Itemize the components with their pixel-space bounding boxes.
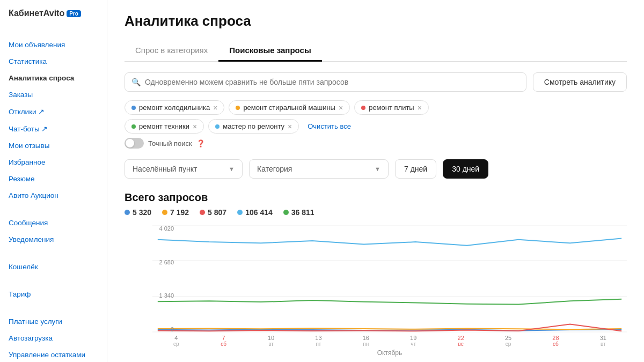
sidebar-item-auction[interactable]: Авито Аукцион — [0, 188, 107, 203]
tag-dot-2 — [361, 106, 365, 110]
tag-remove-3[interactable]: × — [288, 123, 292, 130]
chart-section: Всего запросов 5 3207 1925 807106 41436 … — [125, 191, 627, 357]
tag-dot-1 — [236, 106, 240, 110]
legend-item-4: 36 811 — [283, 208, 314, 217]
tag-dot-4 — [131, 124, 136, 129]
view-analytics-button[interactable]: Смотреть аналитику — [533, 72, 627, 92]
toggle-knob — [126, 139, 134, 147]
tag-label-0: ремонт холодильника — [139, 104, 210, 112]
tag-remove-1[interactable]: × — [339, 104, 343, 112]
legend-dot-3 — [237, 210, 243, 215]
tag-label-1: ремонт стиральной машины — [243, 104, 335, 112]
y-label-0: 0 — [152, 326, 174, 333]
legend-value-2: 5 807 — [208, 208, 226, 217]
legend-dot-1 — [162, 210, 167, 215]
sidebar-item-tariff[interactable]: Тариф — [0, 287, 107, 301]
tag-remove-4[interactable]: × — [193, 123, 197, 130]
y-label-4020: 4 020 — [152, 225, 174, 232]
legend-item-3: 106 414 — [237, 208, 273, 217]
tab-search-queries[interactable]: Поисковые запросы — [218, 40, 321, 62]
sidebar-item-notifications[interactable]: Уведомления — [0, 232, 107, 247]
x-label-8: 28сб — [532, 335, 579, 347]
search-icon: 🔍 — [131, 78, 141, 86]
x-label-6: 22вс — [437, 335, 484, 347]
sidebar-logo: КабинетAvito Pro — [0, 9, 107, 25]
x-label-0: 4ср — [152, 335, 200, 347]
sidebar-item-wallet[interactable]: Кошелёк — [0, 260, 107, 274]
sidebar-item-stock[interactable]: Управление остатками — [0, 348, 107, 362]
chart-legend: 5 3207 1925 807106 41436 811 — [125, 208, 627, 217]
tag-tag-fridge[interactable]: ремонт холодильника× — [125, 100, 224, 115]
chart-wrapper: 4 020 2 680 1 340 0 4ср7сб10вт13пт16пн19… — [125, 225, 627, 357]
page-title: Аналитика спроса — [125, 13, 627, 29]
legend-item-1: 7 192 — [162, 208, 189, 217]
city-chevron-icon: ▼ — [229, 166, 235, 172]
sidebar-item-demand-analytics[interactable]: Аналитика спроса — [0, 71, 107, 85]
legend-item-2: 5 807 — [200, 208, 226, 217]
x-label-2: 10вт — [247, 335, 295, 347]
category-chevron-icon: ▼ — [375, 166, 380, 172]
tag-label-4: ремонт техники — [139, 122, 189, 130]
legend-value-4: 36 811 — [291, 208, 314, 217]
legend-dot-0 — [125, 210, 130, 215]
sidebar-item-resume[interactable]: Резюме — [0, 172, 107, 186]
tags-row-1: ремонт холодильника×ремонт стиральной ма… — [125, 100, 627, 115]
sidebar-pro-badge: Pro — [67, 10, 81, 17]
sidebar-item-favorites[interactable]: Избранное — [0, 155, 107, 169]
sidebar-item-reviews[interactable]: Мои отзывы — [0, 138, 107, 153]
x-label-5: 19чт — [390, 335, 437, 347]
sidebar-item-paid[interactable]: Платные услуги — [0, 314, 107, 329]
search-input[interactable] — [145, 78, 519, 86]
category-select[interactable]: Категория ▼ — [249, 159, 389, 179]
toggle-label: Точный поиск — [148, 139, 192, 147]
sidebar: КабинетAvito Pro Мои объявления Статисти… — [0, 0, 107, 362]
sidebar-item-autoload[interactable]: Автозагрузка — [0, 331, 107, 345]
btn-30-days[interactable]: 30 дней — [443, 159, 488, 179]
legend-value-0: 5 320 — [133, 208, 151, 217]
exact-search-toggle[interactable] — [125, 138, 144, 149]
legend-dot-4 — [283, 210, 289, 215]
toggle-help-icon[interactable]: ❓ — [196, 139, 205, 147]
filter-row: Населённый пункт ▼ Категория ▼ 7 дней 30… — [125, 159, 627, 179]
tag-tag-master[interactable]: мастер по ремонту× — [208, 119, 299, 134]
tag-dot-0 — [131, 106, 136, 110]
search-input-wrap[interactable]: 🔍 — [125, 72, 526, 92]
chart-title: Всего запросов — [125, 191, 627, 204]
chart-svg — [152, 225, 627, 333]
city-placeholder: Населённый пункт — [133, 165, 197, 173]
toggle-row: Точный поиск ❓ — [125, 138, 627, 149]
tag-label-2: ремонт плиты — [369, 104, 414, 112]
tag-remove-0[interactable]: × — [213, 104, 217, 112]
tags-row-2: ремонт техники×мастер по ремонту× Очисти… — [125, 119, 627, 134]
legend-item-0: 5 320 — [125, 208, 151, 217]
sidebar-item-chatbots[interactable]: Чат-боты ↗ — [0, 121, 107, 136]
tab-category-demand[interactable]: Спрос в категориях — [125, 40, 218, 62]
legend-value-1: 7 192 — [170, 208, 189, 217]
sidebar-logo-text: КабинетAvito — [9, 9, 64, 18]
sidebar-item-messages[interactable]: Сообщения — [0, 216, 107, 230]
sidebar-item-responses[interactable]: Отклики ↗ — [0, 104, 107, 119]
clear-all-button[interactable]: Очистить все — [303, 119, 355, 134]
tag-label-3: мастер по ремонту — [223, 122, 284, 130]
tag-remove-2[interactable]: × — [418, 104, 422, 112]
search-row: 🔍 Смотреть аналитику — [125, 72, 627, 92]
month-label: Октябрь — [152, 349, 627, 357]
city-select[interactable]: Населённый пункт ▼ — [125, 159, 243, 179]
tag-tag-stove[interactable]: ремонт плиты× — [354, 100, 429, 115]
tag-tag-tech[interactable]: ремонт техники× — [125, 119, 204, 134]
x-label-1: 7сб — [200, 335, 247, 347]
sidebar-item-my-ads[interactable]: Мои объявления — [0, 38, 107, 52]
legend-value-3: 106 414 — [245, 208, 273, 217]
x-label-4: 16пн — [342, 335, 390, 347]
main-content: Аналитика спроса Спрос в категориях Поис… — [107, 0, 644, 362]
legend-dot-2 — [200, 210, 205, 215]
tabs-row: Спрос в категориях Поисковые запросы — [125, 40, 627, 62]
sidebar-item-orders[interactable]: Заказы — [0, 87, 107, 102]
tag-tag-washer[interactable]: ремонт стиральной машины× — [229, 100, 350, 115]
x-label-7: 25ср — [485, 335, 532, 347]
y-label-1340: 1 340 — [152, 292, 174, 299]
sidebar-item-statistics[interactable]: Статистика — [0, 54, 107, 69]
btn-7-days[interactable]: 7 дней — [395, 159, 436, 179]
y-label-2680: 2 680 — [152, 259, 174, 265]
tag-dot-3 — [215, 124, 219, 129]
